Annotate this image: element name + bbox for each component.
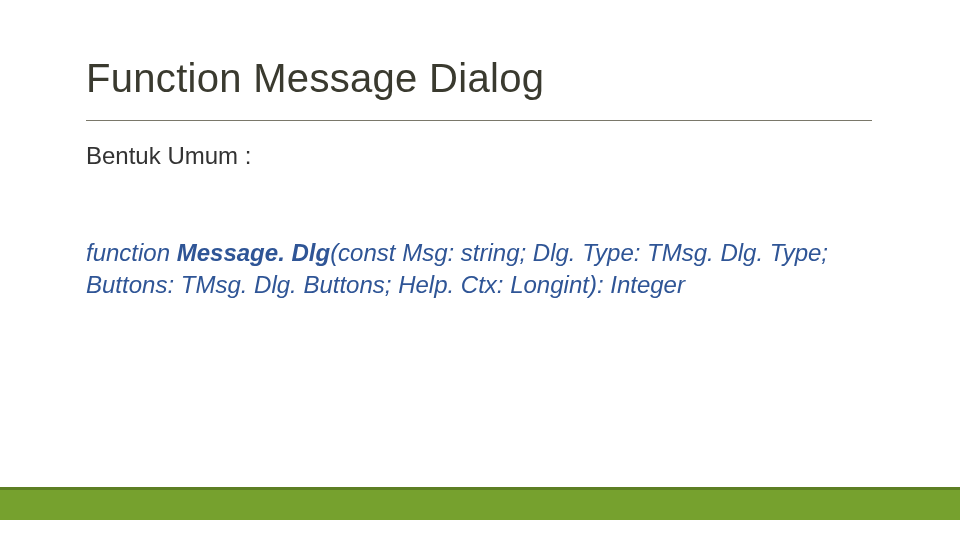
slide: Function Message Dialog Bentuk Umum : fu… bbox=[0, 0, 960, 540]
slide-title: Function Message Dialog bbox=[86, 56, 544, 101]
signature-bold: Message. Dlg bbox=[177, 239, 330, 266]
function-signature: function Message. Dlg(const Msg: string;… bbox=[86, 237, 872, 301]
title-underline bbox=[86, 120, 872, 121]
footer-bar bbox=[0, 490, 960, 520]
slide-subtitle: Bentuk Umum : bbox=[86, 142, 251, 170]
signature-prefix: function bbox=[86, 239, 177, 266]
